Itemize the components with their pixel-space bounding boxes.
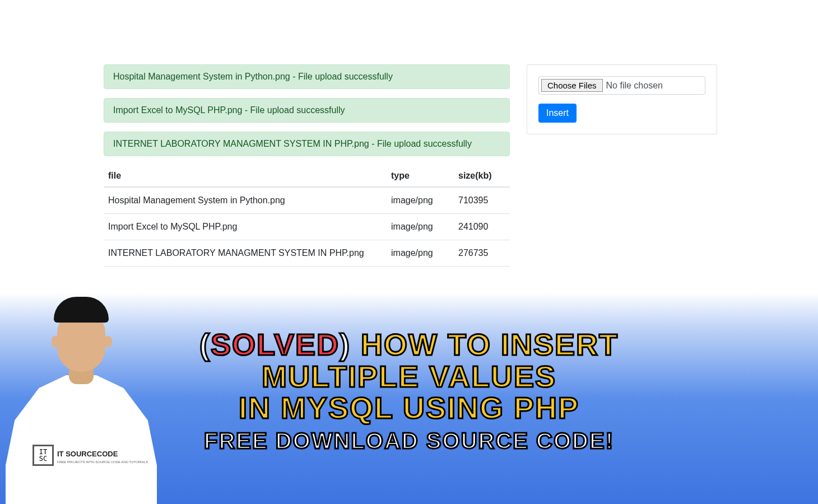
tshirt <box>6 375 157 504</box>
cell-file: INTERNET LABORATORY MANAGMENT SYSTEM IN … <box>104 240 387 267</box>
hero-solved: SOLVED <box>211 328 340 361</box>
hero-bracket-close: ) <box>340 328 351 361</box>
col-type: type <box>387 165 454 187</box>
hero-bracket-open: ( <box>199 328 211 361</box>
col-size: size(kb) <box>454 165 510 187</box>
success-alert: INTERNET LABORATORY MANAGMENT SYSTEM IN … <box>104 132 510 156</box>
brand-tagline: FREE PROJECTS WITH SOURCE CODE AND TUTOR… <box>57 460 148 464</box>
table-row: INTERNET LABORATORY MANAGMENT SYSTEM IN … <box>104 240 510 267</box>
cell-size: 710395 <box>454 187 510 214</box>
person-ear <box>52 336 59 347</box>
files-table: file type size(kb) Hospital Management S… <box>104 165 510 267</box>
upload-card: Choose Files No file chosen Insert <box>527 64 717 134</box>
col-file: file <box>104 165 387 187</box>
presenter-image: IT SC IT SOURCECODE FREE PROJECTS WITH S… <box>6 274 157 504</box>
brand-name: IT SOURCECODE <box>57 450 118 458</box>
cell-size: 276735 <box>454 240 510 267</box>
file-input[interactable]: Choose Files No file chosen <box>538 76 705 95</box>
cell-file: Hospital Management System in Python.png <box>104 187 387 214</box>
table-header-row: file type size(kb) <box>104 165 510 187</box>
cell-file: Import Excel to MySQL PHP.png <box>104 214 387 240</box>
hero-line1-right: HOW TO INSERT <box>361 329 619 361</box>
success-alert: Import Excel to MySQL PHP.png - File upl… <box>104 98 510 123</box>
brand-logo: IT SC <box>32 445 54 466</box>
cell-size: 241090 <box>454 214 510 240</box>
choose-files-button[interactable]: Choose Files <box>541 79 603 92</box>
table-row: Import Excel to MySQL PHP.png image/png … <box>104 214 510 240</box>
success-alert: Hospital Management System in Python.png… <box>104 64 510 89</box>
cell-type: image/png <box>387 214 454 240</box>
file-input-placeholder: No file chosen <box>606 81 663 91</box>
person-hair <box>54 297 109 323</box>
person-ear <box>104 336 112 347</box>
insert-button[interactable]: Insert <box>538 104 577 123</box>
main-column: Hospital Management System in Python.png… <box>104 64 510 267</box>
cell-type: image/png <box>387 240 454 267</box>
cell-type: image/png <box>387 187 454 214</box>
table-row: Hospital Management System in Python.png… <box>104 187 510 214</box>
